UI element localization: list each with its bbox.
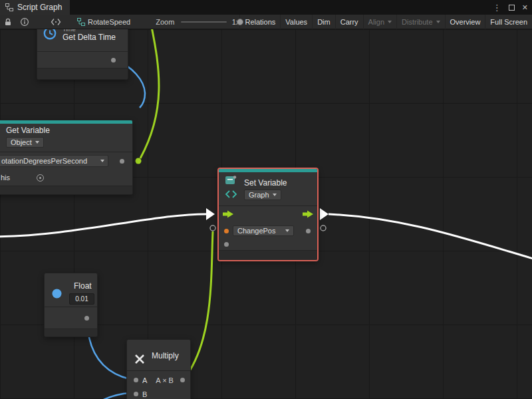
node-float[interactable]: Float 0.01 (44, 273, 98, 337)
unity-script-graph-window: Script Graph ⋮ ✕ RotateSpeed Zoom 1x Rel… (0, 0, 532, 399)
flow-input-port[interactable] (222, 210, 234, 219)
port-label-a: A (142, 376, 147, 384)
delta-time-output-port[interactable] (111, 58, 116, 63)
zoom-label: Zoom (156, 18, 174, 26)
caret-down-icon (388, 21, 392, 23)
zoom-slider[interactable] (181, 21, 226, 23)
value-input-port[interactable] (224, 229, 229, 233)
value-output-port[interactable] (306, 229, 311, 233)
scope-value: Graph (249, 191, 269, 199)
fallback-input-port[interactable] (224, 242, 229, 247)
dim-button[interactable]: Dim (312, 15, 335, 29)
carry-button[interactable]: Carry (335, 15, 363, 29)
output-ring-port[interactable] (321, 225, 326, 231)
variable-name-dropdown[interactable]: ChangePos (233, 225, 294, 236)
value-wire-blue-bottom (97, 393, 130, 399)
node-footer (219, 251, 317, 260)
node-set-variable[interactable]: Set Variable Graph Chan (218, 168, 318, 261)
maximize-icon[interactable] (509, 5, 515, 11)
multiply-b-port[interactable] (134, 392, 138, 396)
float-value-field[interactable]: 0.01 (69, 293, 94, 305)
node-title: Float (74, 281, 92, 291)
node-title: Set Variable (244, 178, 287, 188)
variable-name-dropdown[interactable]: otationDegreesPerSecond (0, 155, 108, 167)
caret-down-icon (100, 160, 104, 162)
caret-down-icon (436, 21, 440, 23)
node-footer (37, 68, 128, 79)
menu-icon[interactable]: ⋮ (493, 3, 501, 13)
node-title: Get Variable (6, 126, 132, 135)
node-multiply[interactable]: Multiply A A × B B (126, 339, 191, 399)
float-output-port[interactable] (84, 316, 89, 321)
node-footer (0, 186, 132, 194)
float-value: 0.01 (75, 295, 88, 303)
variable-scope-dropdown[interactable]: Object (6, 137, 44, 148)
close-icon[interactable]: ✕ (522, 3, 528, 12)
caret-down-icon (35, 141, 39, 144)
tab-label: Script Graph (17, 3, 62, 12)
multiply-icon (134, 353, 146, 366)
green-port-dot[interactable] (136, 158, 142, 164)
flow-arrow-in-icon[interactable] (206, 208, 215, 220)
graph-name-label: RotateSpeed (88, 18, 130, 26)
fullscreen-button[interactable]: Full Screen (485, 15, 532, 29)
graph-toolbar: RotateSpeed Zoom 1x Relations Values Dim… (0, 15, 532, 29)
align-button[interactable]: Align (363, 15, 396, 29)
overview-button[interactable]: Overview (445, 15, 485, 29)
multiply-a-port[interactable] (134, 378, 138, 382)
toolbar-buttons: Relations Values Dim Carry Align Distrib… (239, 15, 532, 29)
node-get-delta-time[interactable]: Time Get Delta Time (37, 29, 128, 80)
graph-canvas[interactable]: Time Get Delta Time Get Variable Object (0, 29, 532, 399)
info-icon[interactable] (20, 17, 29, 27)
graph-asset-icon (77, 18, 85, 26)
window-tab-bar: Script Graph ⋮ ✕ (0, 0, 532, 15)
variable-output-port[interactable] (120, 159, 124, 164)
distribute-button[interactable]: Distribute (396, 15, 444, 29)
code-brackets-icon[interactable] (51, 18, 61, 26)
set-variable-icon (224, 175, 239, 203)
clock-icon (43, 29, 57, 42)
port-label-result: A × B (156, 376, 174, 384)
variable-name-value: otationDegreesPerSecond (1, 157, 87, 165)
node-footer (45, 329, 97, 336)
tab-script-graph[interactable]: Script Graph (0, 0, 70, 15)
scope-value: Object (11, 138, 32, 146)
variable-name-value: ChangePos (237, 227, 276, 235)
flow-wire-out (329, 214, 532, 261)
values-button[interactable]: Values (280, 15, 312, 29)
flow-wire-in (0, 214, 206, 237)
port-label-b: B (142, 390, 147, 398)
object-target-icon[interactable] (37, 174, 44, 182)
zoom-slider-knob[interactable] (237, 19, 243, 25)
node-title: Get Delta Time (63, 33, 116, 42)
multiply-result-port[interactable] (180, 378, 185, 382)
node-title: Multiply (152, 351, 179, 360)
variable-scope-dropdown[interactable]: Graph (244, 190, 281, 200)
relations-button[interactable]: Relations (239, 15, 280, 29)
value-wire-green-top (140, 29, 159, 158)
caret-down-icon (285, 229, 289, 232)
caret-down-icon (273, 194, 277, 196)
script-graph-icon (5, 3, 13, 11)
flow-output-port[interactable] (302, 210, 314, 219)
node-get-variable[interactable]: Get Variable Object otationDegreesPerSec… (0, 120, 133, 195)
flow-arrow-out-icon[interactable] (320, 208, 329, 220)
target-label: his (1, 174, 10, 182)
float-circle-icon (52, 289, 62, 300)
lock-icon[interactable] (3, 17, 13, 27)
input-ring-port[interactable] (210, 225, 215, 231)
